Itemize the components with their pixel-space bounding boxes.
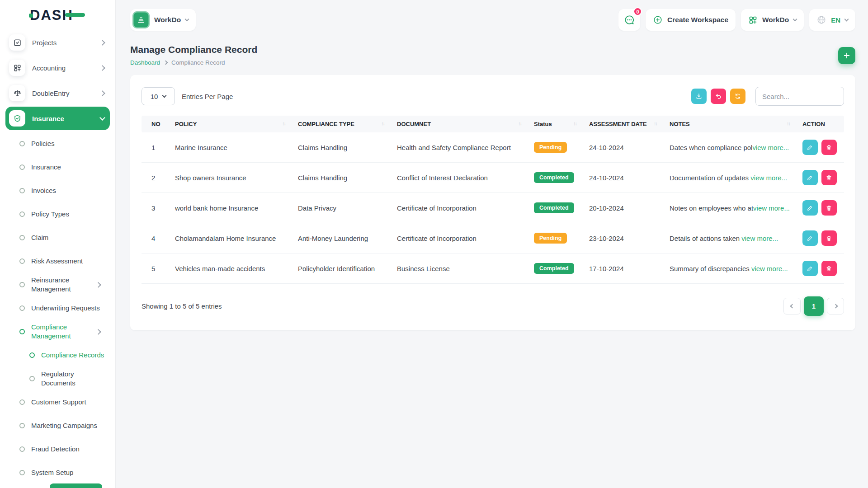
sidebar-item-regulatory-documents[interactable]: Regulatory Documents	[5, 367, 110, 390]
compliance-records-table: NO POLICY↑↓ COMPLIANCE TYPE↑↓ DOCUMNET↑↓…	[142, 116, 844, 284]
pencil-icon	[807, 235, 813, 242]
search-input[interactable]	[755, 87, 844, 106]
sidebar-item-underwriting-requests[interactable]: Underwriting Requests	[5, 296, 110, 320]
download-icon	[695, 93, 703, 100]
sidebar-item-insurance-sub[interactable]: Insurance	[5, 155, 110, 179]
view-more-link[interactable]: view more...	[752, 144, 789, 151]
add-record-button[interactable]	[838, 47, 855, 64]
refresh-button[interactable]	[730, 89, 745, 104]
bullet-dot-icon	[29, 376, 35, 381]
delete-button[interactable]	[821, 200, 837, 216]
notes-text: Documentation of updates	[670, 174, 750, 182]
workspace-switcher[interactable]: WorkDo	[741, 9, 804, 31]
sidebar-item-reinsurance-management[interactable]: Reinsurance Management	[5, 273, 110, 296]
chevron-down-icon	[99, 115, 105, 121]
table-row: 1 Marine Insurance Claims Handling Healt…	[142, 132, 844, 163]
table-controls: 10 Entries Per Page	[142, 87, 844, 106]
topbar-right: 0 Create Workspace WorkDo	[618, 9, 855, 31]
bullet-dot-icon	[29, 352, 35, 358]
column-header-policy[interactable]: POLICY↑↓	[169, 116, 292, 132]
cell-policy: Cholamandalam Home Insurance	[169, 223, 292, 253]
building-icon	[132, 11, 150, 28]
reset-button[interactable]	[711, 89, 726, 104]
previous-page-button[interactable]	[783, 298, 801, 314]
column-header-assessment-date[interactable]: ASSESSMENT DATE↑↓	[583, 116, 663, 132]
bullet-dot-icon	[19, 446, 25, 452]
undo-arrow-icon	[715, 93, 722, 100]
task-check-icon	[9, 34, 25, 51]
sidebar-nav: Projects Accounting DoubleEntry	[0, 30, 115, 484]
sidebar-item-policy-types[interactable]: Policy Types	[5, 202, 110, 226]
logo-dash-accent	[65, 13, 85, 17]
sidebar-item-projects[interactable]: Projects	[5, 31, 110, 54]
cell-compliance-type: Data Privacy	[292, 193, 391, 223]
messages-button[interactable]: 0	[618, 9, 640, 31]
column-header-no[interactable]: NO	[142, 116, 169, 132]
bullet-dot-icon	[19, 141, 25, 146]
sort-icon: ↑↓	[518, 121, 521, 126]
sidebar-item-accounting[interactable]: Accounting	[5, 56, 110, 80]
sidebar-item-doubleentry[interactable]: DoubleEntry	[5, 81, 110, 105]
notes-text: Details of actions taken	[670, 235, 741, 242]
chevron-right-icon	[99, 65, 105, 71]
table-footer: Showing 1 to 5 of 5 entries 1	[142, 296, 844, 316]
edit-button[interactable]	[802, 200, 818, 216]
sidebar-item-marketing-campaigns[interactable]: Marketing Campaigns	[5, 414, 110, 437]
chevron-right-icon	[95, 282, 101, 288]
export-download-button[interactable]	[691, 89, 707, 104]
sidebar-item-insurance[interactable]: Insurance	[5, 107, 110, 130]
chevron-right-icon	[833, 304, 838, 309]
sort-icon: ↑↓	[787, 121, 790, 126]
view-more-link[interactable]: view more...	[741, 235, 778, 242]
create-workspace-button[interactable]: Create Workspace	[646, 9, 736, 31]
cell-document: Certificate of Incorporation	[391, 193, 528, 223]
entries-per-page-select[interactable]: 10	[142, 87, 175, 105]
logo[interactable]: DASH	[0, 0, 115, 30]
pagination: 1	[783, 296, 844, 316]
workspace-pill[interactable]: WorkDo	[130, 9, 196, 31]
edit-button[interactable]	[802, 170, 818, 185]
cell-document: Health and Safety Compliance Report	[391, 132, 528, 163]
sidebar-partial-item	[50, 483, 102, 488]
sidebar: DASH Projects Accounting	[0, 0, 115, 488]
view-more-link[interactable]: view more...	[750, 174, 787, 182]
delete-button[interactable]	[821, 170, 837, 185]
language-selector[interactable]: EN	[809, 9, 855, 31]
view-more-link[interactable]: view more...	[753, 204, 790, 212]
chevron-right-icon	[95, 329, 101, 335]
delete-button[interactable]	[821, 140, 837, 155]
column-header-notes[interactable]: NOTES↑↓	[663, 116, 796, 132]
column-header-document[interactable]: DOCUMNET↑↓	[391, 116, 528, 132]
sidebar-item-claim[interactable]: Claim	[5, 226, 110, 249]
sidebar-item-compliance-management[interactable]: Compliance Management	[5, 320, 110, 343]
sort-icon: ↑↓	[654, 121, 657, 126]
view-more-link[interactable]: view more...	[751, 265, 788, 272]
column-header-action[interactable]: ACTION	[796, 116, 844, 132]
cell-compliance-type: Claims Handling	[292, 163, 391, 193]
delete-button[interactable]	[821, 230, 837, 246]
table-header-row: NO POLICY↑↓ COMPLIANCE TYPE↑↓ DOCUMNET↑↓…	[142, 116, 844, 132]
notes-text: Notes on employees who at	[670, 204, 753, 212]
sidebar-item-invoices[interactable]: Invoices	[5, 179, 110, 202]
status-badge: Pending	[534, 142, 567, 153]
sort-icon: ↑↓	[381, 121, 384, 126]
sidebar-item-customer-support[interactable]: Customer Support	[5, 390, 110, 414]
breadcrumb-dashboard-link[interactable]: Dashboard	[130, 59, 160, 66]
column-header-compliance-type[interactable]: COMPLIANCE TYPE↑↓	[292, 116, 391, 132]
column-header-status[interactable]: Status↑↓	[528, 116, 583, 132]
delete-button[interactable]	[821, 261, 837, 276]
edit-button[interactable]	[802, 261, 818, 276]
records-card: 10 Entries Per Page	[130, 75, 855, 330]
sidebar-item-policies[interactable]: Policies	[5, 132, 110, 155]
sidebar-item-risk-assessment[interactable]: Risk Assessment	[5, 249, 110, 273]
next-page-button[interactable]	[827, 298, 844, 314]
table-row: 2 Shop owners Insurance Claims Handling …	[142, 163, 844, 193]
sidebar-item-fraud-detection[interactable]: Fraud Detection	[5, 437, 110, 461]
table-row: 3 world bank home Insurance Data Privacy…	[142, 193, 844, 223]
sidebar-item-system-setup[interactable]: System Setup	[5, 461, 110, 484]
plus-icon	[843, 52, 851, 60]
current-page-button[interactable]: 1	[804, 296, 824, 316]
edit-button[interactable]	[802, 230, 818, 246]
edit-button[interactable]	[802, 140, 818, 155]
sidebar-item-compliance-records[interactable]: Compliance Records	[5, 343, 110, 367]
